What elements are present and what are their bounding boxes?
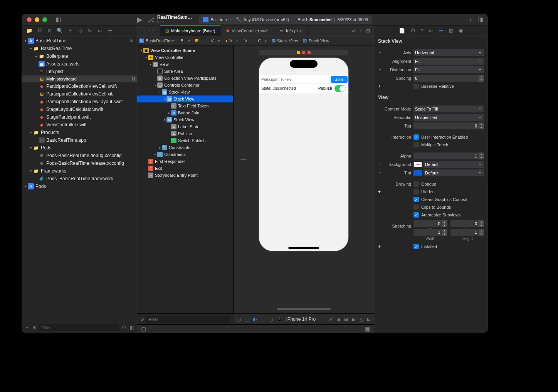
tree-row[interactable]: ◆ViewController.swift xyxy=(22,121,137,129)
file-inspector-tab-icon[interactable]: 📄 xyxy=(399,28,405,34)
stepper[interactable]: ▴▾ xyxy=(442,229,447,236)
zoom-icon[interactable]: ⤢ xyxy=(329,317,333,322)
related-items-icon[interactable]: ⬚ xyxy=(140,27,145,34)
background-select[interactable]: Default xyxy=(424,161,484,168)
view-as-icon[interactable]: ▢ xyxy=(237,317,241,322)
navigator-filter-input[interactable] xyxy=(39,324,119,331)
disclosure-icon[interactable]: ▾ xyxy=(29,131,33,134)
scm-filter-icon[interactable]: ◧ xyxy=(129,325,134,330)
activity-view[interactable]: Ba…ime 〉 🔨 Any iOS Device (arm64) Build … xyxy=(199,15,372,24)
horizontal-scrollbar[interactable] xyxy=(277,308,331,310)
toggle-debug-icon[interactable]: ▣ xyxy=(365,326,370,332)
tint-select[interactable]: Default xyxy=(424,169,484,176)
alignment-select[interactable]: Fill xyxy=(413,58,484,65)
stepper[interactable]: ▴▾ xyxy=(479,220,484,227)
background-swatch[interactable] xyxy=(413,162,422,167)
pin-icon[interactable]: ⊞ xyxy=(352,317,356,322)
tree-row[interactable]: ⚙Pods-BasicRealTime.release.xcconfig xyxy=(22,159,137,167)
project-navigator-tree[interactable]: ▾ A BasicRealTime M ▾📁BasicRealTime▸📁Boi… xyxy=(22,36,137,322)
installed-checkbox[interactable]: ✓ xyxy=(413,244,419,249)
orientation-icon[interactable]: ⬚ xyxy=(245,317,249,322)
disclosure-icon[interactable]: ▾ xyxy=(23,39,28,43)
add-variation-icon[interactable]: + xyxy=(378,170,382,176)
baseline-checkbox[interactable] xyxy=(413,84,419,89)
content-mode-select[interactable]: Scale To Fill xyxy=(413,106,484,112)
scheme-selector[interactable]: ⎇ RealTimeSam… main xyxy=(148,15,192,24)
add-variation-icon[interactable]: + xyxy=(378,59,382,64)
forward-icon[interactable]: 〉 xyxy=(152,27,157,34)
disclosure-icon[interactable]: ▾ xyxy=(29,47,33,50)
spacing-input[interactable] xyxy=(413,75,484,82)
close-window-button[interactable] xyxy=(27,17,32,22)
tree-row[interactable]: ◆StageLayoutCalculator.swift xyxy=(22,106,137,113)
connections-inspector-tab-icon[interactable]: ◉ xyxy=(459,28,463,34)
debug-console-icon[interactable]: ▢ xyxy=(141,326,146,332)
axis-select[interactable]: Horizontal xyxy=(413,49,484,56)
embed-icon[interactable]: ⊞ xyxy=(336,317,340,322)
tint-swatch[interactable] xyxy=(413,170,422,176)
attributes-inspector-tab-icon[interactable]: ☰ xyxy=(439,28,444,34)
add-variation-icon[interactable]: + xyxy=(378,162,382,167)
embed-in-icon[interactable]: ⊡ xyxy=(367,317,371,322)
clips-checkbox[interactable] xyxy=(413,204,419,210)
disclosure-icon[interactable]: ▾ xyxy=(29,169,33,173)
tree-row[interactable]: ▾📁Pods xyxy=(22,144,137,152)
exit-dock-icon[interactable] xyxy=(308,51,311,54)
symbol-navigator-tab-icon[interactable]: ⧉ xyxy=(48,28,51,34)
tree-row[interactable]: ◆StageParticipant.swift xyxy=(22,113,137,121)
tree-row[interactable]: ▢BasicRealTime.app xyxy=(22,136,137,144)
stepper[interactable]: ▴▾ xyxy=(479,229,484,236)
autoresize-checkbox[interactable]: ✓ xyxy=(413,212,419,218)
tree-row[interactable]: ▸📁Boilerplate xyxy=(22,52,137,60)
add-variation-icon[interactable]: + xyxy=(378,50,382,55)
tree-row[interactable]: ☰Info.plist xyxy=(22,68,137,75)
tree-row[interactable]: ◆ParticipantCollectionViewCell.swift xyxy=(22,82,137,90)
clears-graphics-checkbox[interactable]: ✓ xyxy=(413,197,419,202)
add-editor-icon[interactable]: ⊞ xyxy=(366,28,370,34)
tab-viewcontroller[interactable]: ◆ ViewController.swift xyxy=(221,25,274,36)
size-inspector-tab-icon[interactable]: ▥ xyxy=(449,28,454,34)
outline-filter-input[interactable] xyxy=(146,316,230,323)
tab-info-plist[interactable]: ☰ Info.plist xyxy=(274,25,308,36)
opaque-checkbox[interactable] xyxy=(413,181,419,187)
recent-files-icon[interactable]: ⏱ xyxy=(122,325,126,330)
minimize-window-button[interactable] xyxy=(35,17,39,22)
source-control-tab-icon[interactable]: ☒ xyxy=(38,28,42,34)
tree-row[interactable]: ▦Assets.xcassets xyxy=(22,60,137,68)
distribution-select[interactable]: Fill xyxy=(413,66,484,73)
add-variation-icon[interactable]: + xyxy=(378,189,382,194)
add-variation-icon[interactable]: + xyxy=(378,84,382,89)
outline-selected-stackview[interactable]: ▾▥Stack View xyxy=(137,95,233,102)
toggle-navigator-icon[interactable]: ◧ xyxy=(55,16,61,23)
disclosure-icon[interactable]: ▾ xyxy=(29,146,33,150)
device-icon[interactable]: 📱 xyxy=(277,317,282,322)
stepper[interactable]: ▴▾ xyxy=(479,75,484,82)
hidden-checkbox[interactable] xyxy=(413,189,419,194)
toggle-inspector-icon[interactable]: ◨ xyxy=(477,16,483,23)
publish-switch[interactable] xyxy=(334,85,346,92)
back-icon[interactable]: 〈 xyxy=(146,27,151,34)
find-navigator-tab-icon[interactable]: 🔍 xyxy=(57,28,63,34)
multiple-touch-checkbox[interactable] xyxy=(413,142,419,147)
issue-navigator-tab-icon[interactable]: ⚠ xyxy=(68,28,73,34)
resolve-icon[interactable]: △ xyxy=(360,317,363,322)
user-interaction-checkbox[interactable]: ✓ xyxy=(413,134,419,140)
stepper[interactable]: ▴▾ xyxy=(442,220,447,227)
appearance-icon[interactable]: ◐ xyxy=(253,317,257,322)
vary-traits-icon[interactable]: ⬚ xyxy=(261,317,265,322)
add-target-icon[interactable]: ＋ xyxy=(25,324,29,331)
semantic-select[interactable]: Unspecified xyxy=(413,114,484,121)
stepper[interactable]: ▴▾ xyxy=(479,122,484,129)
add-variation-icon[interactable]: + xyxy=(378,67,382,72)
tree-row[interactable]: ⚙Pods-BasicRealTime.debug.xcconfig xyxy=(22,152,137,159)
device-name[interactable]: iPhone 14 Pro xyxy=(286,317,316,322)
add-variation-icon[interactable]: + xyxy=(378,75,382,81)
tree-row[interactable]: ⊞ParticipantCollectionViewCell.xib xyxy=(22,90,137,98)
token-textfield[interactable] xyxy=(259,75,330,84)
identity-inspector-tab-icon[interactable]: ▭ xyxy=(429,28,434,34)
tree-row[interactable]: ▾📁Products xyxy=(22,129,137,136)
document-outline[interactable]: ▾▣View Controller Scene ▾●View Controlle… xyxy=(137,45,234,313)
help-inspector-tab-icon[interactable]: ? xyxy=(421,28,424,34)
filter-icon[interactable]: ⊜ xyxy=(140,317,144,322)
device-preview[interactable]: Join State: Disconnected Publish xyxy=(259,58,348,251)
